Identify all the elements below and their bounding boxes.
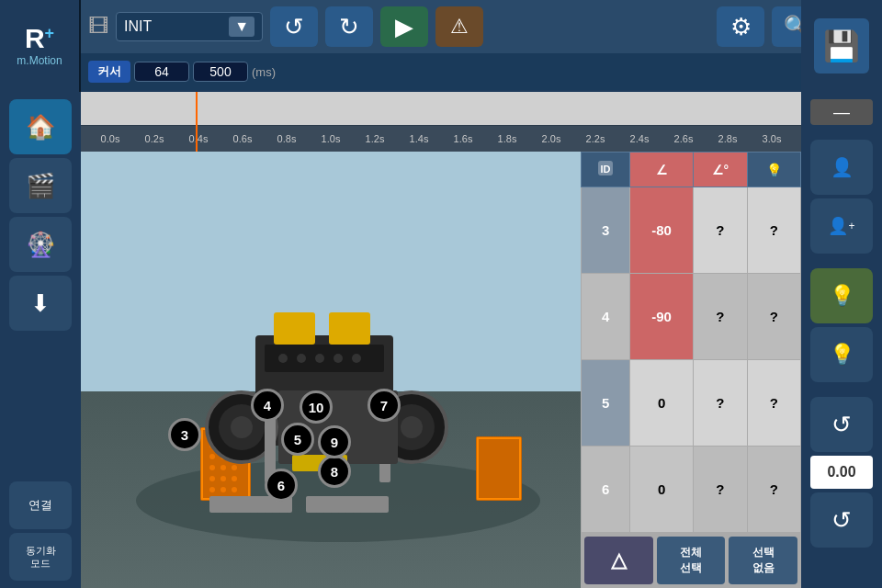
svg-text:ID: ID bbox=[601, 164, 611, 175]
person-add-button[interactable]: 👤+ bbox=[810, 198, 873, 254]
settings-button[interactable]: ⚙ bbox=[717, 6, 764, 47]
motor-angle-4: -90 bbox=[630, 274, 694, 360]
ruler-5: 1.0s bbox=[309, 133, 353, 144]
motor-panel: ID ∠ ∠° 💡 3 -80 ? ? 4 -90 ? ? 5 0 bbox=[581, 152, 801, 533]
svg-point-31 bbox=[315, 354, 324, 363]
svg-point-32 bbox=[334, 354, 343, 363]
top-row2: 커서 (ms) bbox=[81, 53, 882, 90]
table-row: 3 -80 ? ? bbox=[582, 187, 801, 274]
svg-point-29 bbox=[278, 354, 288, 363]
header-angle2: ∠° bbox=[694, 153, 747, 187]
ms-label: (ms) bbox=[252, 65, 276, 79]
motor-id-6: 6 bbox=[582, 447, 630, 533]
svg-point-18 bbox=[209, 487, 215, 492]
motor-angle-3: -80 bbox=[630, 187, 694, 274]
motion-name-label: INIT bbox=[124, 18, 152, 35]
download-button[interactable]: ⬇ bbox=[9, 276, 72, 331]
top-row1: 🎞 INIT ▼ ↺ ↻ ▶ ⚠ ⚙ 🔍 🔍 bbox=[81, 0, 882, 53]
motor-angle-6: 0 bbox=[630, 447, 694, 533]
svg-point-17 bbox=[232, 476, 237, 481]
svg-rect-22 bbox=[306, 496, 389, 513]
refresh-button[interactable]: ↺ bbox=[810, 397, 873, 452]
table-row: 5 0 ? ? bbox=[582, 360, 801, 447]
triangle-button[interactable]: △ bbox=[584, 537, 653, 584]
logo-sub: m.Motion bbox=[17, 54, 62, 67]
header-id: ID bbox=[582, 153, 630, 187]
motor-table: ID ∠ ∠° 💡 3 -80 ? ? 4 -90 ? ? 5 0 bbox=[581, 152, 801, 533]
ruler-6: 1.2s bbox=[353, 133, 397, 144]
time-input2[interactable] bbox=[193, 62, 248, 82]
motor-q2-5: ? bbox=[747, 360, 800, 447]
header-bulb: 💡 bbox=[747, 153, 800, 187]
table-row: 6 0 ? ? bbox=[582, 447, 801, 533]
motor-table-header: ID ∠ ∠° 💡 bbox=[582, 153, 801, 187]
top-bar: R+ m.Motion 🎞 INIT ▼ ↺ ↻ ▶ ⚠ ⚙ 🔍 🔍 커서 bbox=[0, 0, 882, 92]
ruler-12: 2.4s bbox=[617, 133, 662, 144]
play-button[interactable]: ▶ bbox=[380, 6, 428, 47]
refresh2-button[interactable]: ↺ bbox=[810, 492, 873, 548]
motor-q1-6: ? bbox=[694, 447, 747, 533]
warn-button[interactable]: ⚠ bbox=[435, 6, 483, 47]
undo-button[interactable]: ↺ bbox=[270, 6, 318, 47]
motor-id-5: 5 bbox=[582, 360, 630, 447]
ruler-1: 0.2s bbox=[132, 133, 176, 144]
deselect-button[interactable]: 선택없음 bbox=[729, 537, 797, 584]
motor-label-5[interactable]: 5 bbox=[281, 423, 314, 456]
motor-label-6[interactable]: 6 bbox=[265, 469, 298, 502]
ruler-3: 0.6s bbox=[220, 133, 265, 144]
ruler-7: 1.4s bbox=[397, 133, 441, 144]
timeline-track[interactable] bbox=[81, 92, 801, 125]
logo-rplus: R+ bbox=[25, 25, 54, 52]
motor-q2-4: ? bbox=[747, 274, 800, 360]
bulb-off-button[interactable]: 💡 bbox=[810, 327, 873, 382]
motor-label-7[interactable]: 7 bbox=[368, 389, 401, 422]
motion-dropdown[interactable]: INIT ▼ bbox=[116, 12, 263, 41]
table-row: 4 -90 ? ? bbox=[582, 274, 801, 360]
svg-point-15 bbox=[209, 476, 215, 481]
motor-bottom-buttons: △ 전체선택 선택없음 bbox=[581, 533, 801, 588]
ruler-14: 2.8s bbox=[706, 133, 750, 144]
time-input[interactable] bbox=[134, 62, 189, 82]
top-controls: 🎞 INIT ▼ ↺ ↻ ▶ ⚠ ⚙ 🔍 🔍 커서 (ms) bbox=[81, 0, 882, 92]
ruler-4: 0.8s bbox=[265, 133, 309, 144]
minus-button[interactable]: — bbox=[810, 99, 873, 125]
right-top-bar: 💾 bbox=[801, 0, 882, 92]
motor-id-3: 3 bbox=[582, 187, 630, 274]
person-button[interactable]: 👤 bbox=[810, 140, 873, 195]
motor-q1-4: ? bbox=[694, 274, 747, 360]
motor-label-10[interactable]: 10 bbox=[300, 390, 333, 424]
motor-label-4[interactable]: 4 bbox=[251, 389, 284, 422]
svg-point-36 bbox=[231, 416, 253, 438]
sync-button[interactable]: 동기화모드 bbox=[9, 533, 72, 581]
select-all-button[interactable]: 전체선택 bbox=[657, 537, 726, 584]
svg-point-30 bbox=[297, 354, 306, 363]
dropdown-arrow-icon: ▼ bbox=[229, 17, 254, 37]
save-button[interactable]: 💾 bbox=[814, 18, 869, 74]
ruler-13: 2.6s bbox=[662, 133, 706, 144]
redo-button[interactable]: ↻ bbox=[325, 6, 373, 47]
reel-button[interactable]: 🎡 bbox=[9, 217, 72, 272]
svg-point-20 bbox=[232, 487, 237, 492]
motor-label-9[interactable]: 9 bbox=[318, 425, 351, 458]
motor-q1-5: ? bbox=[694, 360, 747, 447]
svg-point-12 bbox=[209, 465, 215, 470]
timeline-area[interactable]: 0.0s 0.2s 0.4s 0.6s 0.8s 1.0s 1.2s 1.4s … bbox=[81, 92, 801, 152]
svg-rect-23 bbox=[476, 436, 522, 501]
film-button[interactable]: 🎬 bbox=[9, 158, 72, 213]
ruler-15: 3.0s bbox=[750, 133, 794, 144]
motor-q2-6: ? bbox=[747, 447, 800, 533]
timeline-ruler: 0.0s 0.2s 0.4s 0.6s 0.8s 1.0s 1.2s 1.4s … bbox=[81, 126, 801, 152]
header-angle: ∠ bbox=[630, 153, 694, 187]
value-display: 0.00 bbox=[810, 456, 873, 489]
motor-q2-3: ? bbox=[747, 187, 800, 274]
motor-label-8[interactable]: 8 bbox=[318, 455, 351, 488]
motor-id-4: 4 bbox=[582, 274, 630, 360]
bulb-on-button[interactable]: 💡 bbox=[810, 268, 873, 323]
svg-point-13 bbox=[220, 465, 226, 470]
svg-point-16 bbox=[220, 476, 226, 481]
logo-area: R+ m.Motion bbox=[0, 0, 81, 92]
home-button[interactable]: 🏠 bbox=[9, 99, 72, 154]
connect-button[interactable]: 연결 bbox=[9, 481, 72, 529]
motor-label-3[interactable]: 3 bbox=[168, 418, 201, 451]
ruler-8: 1.6s bbox=[441, 133, 485, 144]
